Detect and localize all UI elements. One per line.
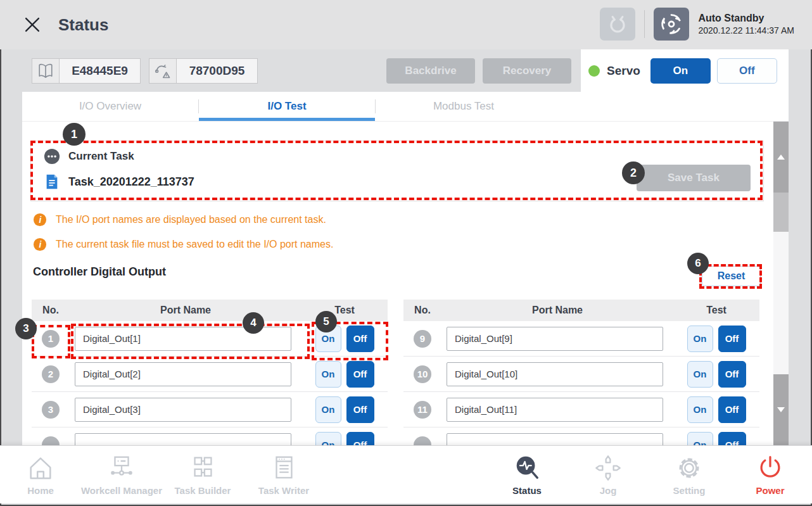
gripper-tool-button[interactable] (600, 8, 635, 41)
servo-on-button[interactable]: On (650, 58, 711, 84)
port-name-input[interactable] (447, 362, 663, 386)
row-number-badge: 3 (42, 401, 60, 419)
test-cell: On Off (673, 396, 759, 423)
test-on-button[interactable]: On (687, 396, 713, 423)
col-header-port-name: Port Name (441, 305, 673, 316)
port-name-input[interactable] (447, 398, 663, 422)
port-name-input[interactable] (447, 433, 663, 446)
io-table-right: No. Port Name Test 9 On Off 10 On (403, 300, 759, 445)
port-name-input[interactable] (447, 327, 663, 351)
test-on-button[interactable]: On (687, 361, 713, 388)
port-name-input[interactable] (75, 362, 291, 386)
nav-item-label: Home (27, 485, 54, 496)
test-off-button[interactable]: Off (346, 396, 374, 423)
test-cell: On Off (673, 361, 759, 388)
power-icon (756, 453, 785, 483)
test-on-button[interactable]: On (315, 361, 341, 388)
close-button[interactable] (19, 11, 46, 38)
row-number-cell (32, 436, 70, 446)
nav-item-task-builder[interactable]: Task Builder (162, 446, 243, 503)
nav-item-status[interactable]: Status (486, 446, 568, 503)
jog-icon (593, 453, 623, 483)
col-header-no: No. (32, 305, 70, 316)
test-off-button[interactable]: Off (718, 361, 746, 388)
controller-id-badge: E48445E9 (32, 58, 141, 84)
test-on-button[interactable]: On (687, 432, 713, 446)
nav-item-task-writer[interactable]: Task Writer (243, 446, 324, 503)
nav-item-workcell-manager[interactable]: Workcell Manager (81, 446, 162, 503)
row-number-cell (403, 436, 441, 446)
test-on-button[interactable]: On (315, 432, 341, 446)
port-name-cell (441, 362, 673, 386)
port-name-cell (441, 433, 673, 446)
nav-item-power[interactable]: Power (730, 446, 811, 503)
recovery-button[interactable]: Recovery (483, 58, 571, 84)
scroll-up-button[interactable] (773, 122, 789, 193)
servo-label: Servo (607, 64, 640, 78)
table-header: No. Port Name Test (32, 300, 388, 321)
backdrive-button[interactable]: Backdrive (386, 58, 475, 84)
close-icon (21, 13, 44, 36)
robot-id-badge: 78700D95 (149, 58, 258, 84)
page-title: Status (58, 15, 108, 35)
table-row: 9 On Off (403, 321, 759, 357)
home-icon (26, 453, 55, 483)
col-header-no: No. (403, 305, 441, 316)
table-row: On Off (32, 427, 388, 445)
row-number-cell: 2 (32, 365, 70, 383)
gripper-icon (604, 11, 631, 37)
test-off-button[interactable]: Off (718, 326, 746, 352)
reset-button[interactable]: Reset (702, 266, 761, 286)
toolbar-band: E48445E9 78700D95 Backdrive Recovery Ser… (0, 49, 812, 92)
task-builder-icon (188, 453, 217, 483)
row-number-badge: 9 (414, 330, 431, 348)
tab-modbus-test[interactable]: Modbus Test (376, 92, 552, 121)
test-on-button[interactable]: On (315, 326, 341, 352)
port-name-cell (441, 398, 673, 422)
test-cell: On Off (301, 361, 388, 388)
test-cell: On Off (301, 326, 388, 352)
tab-io-overview[interactable]: I/O Overview (22, 92, 198, 121)
table-row: 2 On Off (32, 357, 388, 392)
test-on-button[interactable]: On (687, 326, 713, 352)
port-name-cell (441, 327, 673, 351)
section-heading: Controller Digital Output (33, 265, 166, 279)
test-off-button[interactable]: Off (718, 432, 746, 446)
row-number-cell: 3 (32, 401, 70, 419)
port-name-input[interactable] (75, 327, 291, 351)
robot-mode-button[interactable] (654, 8, 689, 41)
save-task-button[interactable]: Save Task (637, 165, 751, 191)
row-number-badge: 10 (414, 365, 431, 383)
robot-mode-label: Auto Standby (698, 11, 794, 25)
test-cell: On Off (673, 432, 759, 446)
nav-item-setting[interactable]: Setting (649, 446, 730, 503)
main-panel: I/O Overview I/O Test Modbus Test Curren… (22, 92, 789, 445)
test-off-button[interactable]: Off (346, 432, 374, 446)
workcell-manager-icon (107, 453, 136, 483)
table-row: On Off (403, 427, 759, 445)
nav-item-home[interactable]: Home (0, 446, 81, 503)
bottom-nav: Home Workcell Manager Task Builder Task … (0, 445, 812, 503)
test-off-button[interactable]: Off (346, 326, 374, 352)
scroll-down-button[interactable] (773, 374, 789, 445)
col-header-port-name: Port Name (70, 305, 301, 316)
document-icon (44, 174, 60, 190)
row-number-badge (414, 436, 431, 446)
io-table-left: No. Port Name Test 1 On Off 2 On (32, 300, 388, 445)
test-on-button[interactable]: On (315, 396, 341, 423)
nav-item-jog[interactable]: Jog (568, 446, 649, 503)
tab-io-test[interactable]: I/O Test (199, 92, 375, 121)
notice-text: The I/O port names are displayed based o… (56, 214, 326, 225)
test-off-button[interactable]: Off (346, 361, 374, 388)
notice-row: The current task file must be saved to e… (33, 237, 333, 252)
chevron-down-icon (777, 407, 785, 412)
ellipsis-icon (44, 148, 60, 165)
scrollbar-thumb[interactable] (773, 193, 789, 232)
status-screen: Status Auto Standby 2020.12.22 11:44:37 … (0, 0, 812, 506)
scrollbar-track[interactable] (773, 232, 789, 374)
row-number-cell: 1 (32, 330, 70, 348)
port-name-input[interactable] (75, 398, 291, 422)
test-off-button[interactable]: Off (718, 396, 746, 423)
port-name-input[interactable] (75, 433, 291, 446)
servo-off-button[interactable]: Off (717, 58, 777, 84)
